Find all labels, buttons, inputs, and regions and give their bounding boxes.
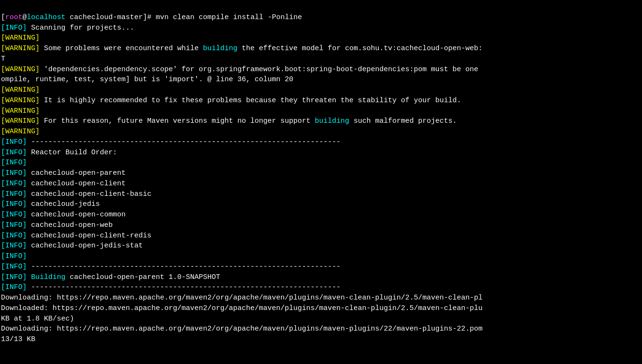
terminal-line: [INFO] cachecloud-open-parent [1,168,641,179]
terminal-line: [INFO] ---------------------------------… [1,282,641,293]
terminal-line: [INFO] ---------------------------------… [1,262,641,272]
terminal-line: ompile, runtime, test, system] but is 'i… [1,75,641,85]
terminal-line: [INFO] cachecloud-jedis [1,199,641,210]
terminal-line: Downloading: https://repo.maven.apache.o… [1,324,641,334]
terminal-line: [WARNING] [1,106,641,117]
terminal-line: T [1,54,641,64]
terminal-line: [INFO] Scanning for projects... [1,23,641,33]
terminal-line: [WARNING] [1,127,641,137]
terminal-line: KB at 1.8 KB/sec) [1,314,641,324]
terminal-line: Downloaded: https://repo.maven.apache.or… [1,303,641,314]
terminal-line: [INFO] Building cachecloud-open-parent 1… [1,272,641,283]
terminal-line: 13/13 KB [1,334,641,345]
terminal-line: [INFO] cachecloud-open-client-redis [1,231,641,241]
terminal-line: [INFO] [1,158,641,168]
terminal-line: [WARNING] [1,33,641,43]
terminal-line: [INFO] cachecloud-open-client [1,179,641,189]
terminal-line: [WARNING] Some problems were encountered… [1,43,641,54]
terminal-line: [INFO] [1,251,641,262]
terminal-line: [INFO] cachecloud-open-jedis-stat [1,241,641,251]
terminal-line: [WARNING] For this reason, future Maven … [1,116,641,127]
terminal-line: [INFO] Reactor Build Order: [1,148,641,158]
terminal-output: [root@localhost cachecloud-master]# mvn … [0,0,642,347]
terminal-line: [INFO] cachecloud-open-client-basic [1,189,641,200]
terminal-line: [WARNING] 'dependencies.dependency.scope… [1,64,641,75]
terminal-line: [INFO] cachecloud-open-common [1,210,641,220]
terminal-line: Downloading: https://repo.maven.apache.o… [1,293,641,303]
terminal-line: [WARNING] [1,85,641,96]
terminal-line: [INFO] cachecloud-open-web [1,220,641,231]
terminal-line: [INFO] ---------------------------------… [1,137,641,148]
terminal-line: [WARNING] It is highly recommended to fi… [1,96,641,106]
terminal-line: [root@localhost cachecloud-master]# mvn … [1,12,641,23]
